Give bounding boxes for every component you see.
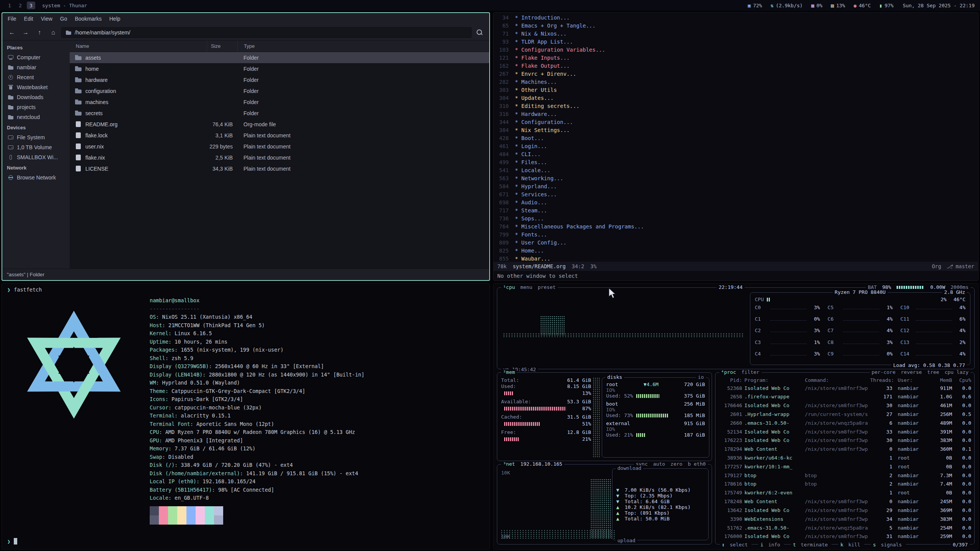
file-icon [75,143,82,149]
workspace-button[interactable]: 1 [5,2,14,9]
process-mem: 461M [930,403,952,408]
workspace-button[interactable]: 3 [27,2,35,9]
sidebar-item[interactable]: File System [2,132,70,142]
menu-item[interactable]: Go [56,14,71,23]
preset-button[interactable]: preset [538,284,556,290]
proc-header-pid[interactable]: Pid: [719,377,742,383]
proc-box-title[interactable]: ⁴proc [721,369,736,375]
disks-title[interactable]: disks [607,374,622,380]
file-row[interactable]: LICENSE 34,3 KiB Plain text document [70,163,489,174]
sidebar-item[interactable]: SMALLBOX Wi... [2,152,70,162]
column-header-size[interactable]: Size [207,41,237,52]
org-heading-line: 316 * Hardware... [493,110,978,118]
proc-header-program[interactable]: Program: [745,377,803,383]
menu-item[interactable]: Help [106,14,124,23]
process-row[interactable]: 52368 Isolated Web Co /nix/store/sm8fnrf… [719,384,971,392]
hint-select[interactable]: ↕ select [720,542,752,548]
sidebar-item[interactable]: nextcloud [2,112,70,122]
home-button[interactable]: ⌂ [47,27,59,38]
file-row[interactable]: hardware Folder [70,74,489,85]
process-row[interactable]: 178294 Web Content /nix/store/sm8fnrf3wp… [719,445,971,453]
process-row[interactable]: 177257 kworker/10:1-mm_ 1 root 0B 0.0 [719,463,971,470]
net-toggle[interactable]: zero [670,461,682,467]
sidebar-item[interactable]: 1,0 TB Volume [2,142,70,152]
cpu-box-title[interactable]: ¹cpu [503,284,515,290]
file-row[interactable]: home Folder [70,63,489,74]
column-header-name[interactable]: Name [70,43,207,49]
menu-item[interactable]: View [37,14,56,23]
proc-option-toggle[interactable]: reverse [901,369,922,375]
hint-terminate[interactable]: t terminate [791,542,831,548]
process-row[interactable]: 38936 kworker/u64:6-kc 1 root 0B 0.0 [719,454,971,462]
shell-prompt[interactable]: ❯ [7,538,17,544]
sidebar-item[interactable]: Computer [2,52,70,62]
file-row[interactable]: secrets Folder [70,108,489,119]
sidebar-item[interactable]: nambiar [2,62,70,72]
hint-signals[interactable]: s signals [871,542,905,548]
forward-button[interactable]: → [20,27,31,38]
process-row[interactable]: 176223 Isolated Web Co /nix/store/sm8fnr… [719,437,971,444]
hint-info[interactable]: i info [758,542,784,548]
proc-option-toggle[interactable]: tree [927,369,939,375]
fastfetch-terminal[interactable]: ❯ fastfetch nambiar@smallbox -----------… [2,283,490,549]
file-row[interactable]: machines Folder [70,96,489,108]
sidebar-item[interactable]: Downloads [2,92,70,102]
disks-io-toggle[interactable]: io [698,374,704,380]
file-row[interactable]: flake.lock 3,1 KiB Plain text document [70,130,489,141]
process-row[interactable]: 178616 btop btop 2 nambiar 7.4M 0.0 [719,480,971,488]
proc-option-toggle[interactable]: per-core [872,369,896,375]
mem-row: Cached: 31.5 GiB 51% [501,414,591,429]
process-row[interactable]: 2601 .Hyprland-wrapp /run/current-system… [719,410,971,418]
net-toggle[interactable]: b eth0 [688,461,706,467]
sidebar-item[interactable]: Wastebasket [2,82,70,92]
workspace-button[interactable]: 2 [16,2,24,9]
status-value: 13% [836,3,845,8]
sidebar-item[interactable]: Recent [2,72,70,82]
back-button[interactable]: ← [6,27,18,38]
process-row[interactable]: 52134 Isolated Web Co /nix/store/sm8fnrf… [719,428,971,435]
menu-item[interactable]: File [4,14,20,23]
process-row[interactable]: 175749 kworker/6:2-even 1 root 0B 0.0 [719,489,971,497]
core-percent: 4% [954,351,965,357]
proc-header-threads[interactable]: Threads: [870,377,892,383]
process-row[interactable]: 51762 .emacs-31.0.50- /nix/store/wnqz5pa… [719,524,971,531]
process-row[interactable]: 13642 Isolated Web Co /nix/store/sm8fnrf… [719,506,971,514]
fetch-info-line: Display (Q3279WG5B)980x551 @ 60 Hz in … [150,362,484,371]
filter-button[interactable]: filter [742,369,760,375]
hint-kill[interactable]: k kill [838,542,864,548]
up-button[interactable]: ↑ [34,27,45,38]
process-user: nambiar [895,420,928,426]
process-row[interactable]: 179127 btop btop 2 nambiar 7.3M 0.0 [719,471,971,479]
process-command: /nix/store/sm8fnrf3wps4 [805,446,868,452]
fetch-info-value: zsh 5.9 [172,355,193,361]
proc-header-mem[interactable]: MemB [930,377,952,383]
process-row[interactable]: 176646 Isolated Web Co /nix/store/sm8fnr… [719,402,971,409]
search-icon[interactable] [474,27,485,38]
file-row[interactable]: user.nix 229 bytes Plain text document [70,141,489,152]
column-header-type[interactable]: Type [237,41,489,52]
sidebar-item[interactable]: projects [2,102,70,112]
proc-header-command[interactable]: Command: [805,377,868,383]
org-heading-text: * Fonts... [515,231,547,239]
path-bar[interactable]: /home/nambiar/system/ [61,27,472,38]
mem-box-title[interactable]: ²mem [503,369,515,375]
file-icon [75,99,82,105]
process-row[interactable]: 2660 .emacs-31.0.50- /nix/store/wnqz5pa8… [719,419,971,427]
process-row[interactable]: 178248 Web Content /nix/store/sm8fnrf3wp… [719,498,971,505]
proc-option-toggle[interactable]: cpu lazy [944,369,969,375]
process-row[interactable]: 3390 WebExtensions /nix/store/sm8fnrf3wp… [719,515,971,523]
file-row[interactable]: configuration Folder [70,85,489,96]
process-row[interactable]: 2658 .firefox-wrappe 171 nambiar 1.0G 0.… [719,393,971,401]
file-row[interactable]: README.org 76,4 KiB Org-mode file [70,119,489,130]
file-row[interactable]: assets Folder [70,52,489,63]
menu-button[interactable]: menu [520,284,532,290]
proc-header-user[interactable]: User: [895,377,928,383]
menu-item[interactable]: Bookmarks [71,14,105,23]
proc-header-cpu[interactable]: Cpu% [954,377,971,383]
process-row[interactable]: 176000 Isolated Web Co /nix/store/sm8fnr… [719,533,971,540]
sidebar-item[interactable]: Browse Network [2,173,70,183]
file-row[interactable]: flake.nix 2,5 KiB Plain text document [70,152,489,163]
menu-item[interactable]: Edit [20,14,37,23]
net-toggle[interactable]: auto [653,461,665,467]
net-box-title[interactable]: ³net [503,461,515,467]
